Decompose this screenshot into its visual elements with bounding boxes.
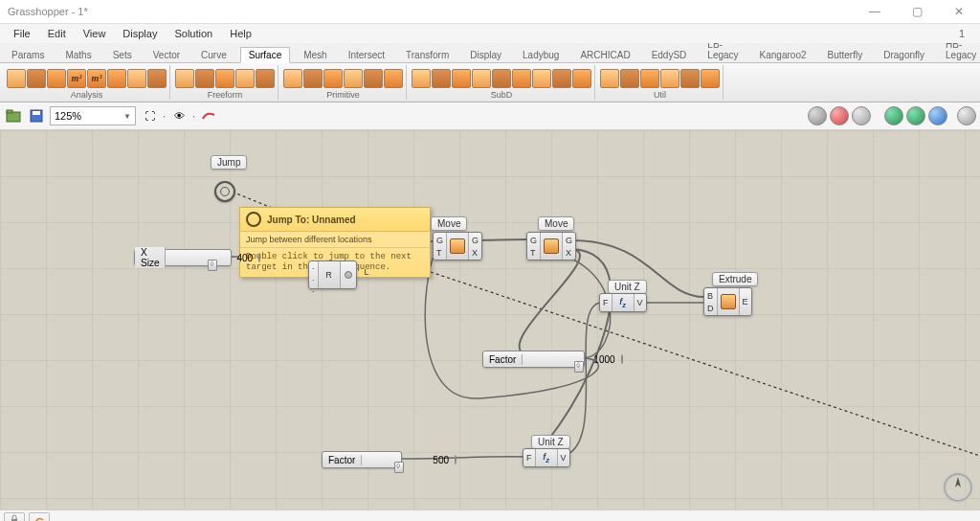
tab-params[interactable]: Params [4, 48, 52, 62]
tab-curve[interactable]: Curve [193, 48, 234, 62]
ribbon-icon[interactable] [640, 69, 659, 88]
tab-dragonfly[interactable]: Dragonfly [876, 48, 932, 62]
extrude-component[interactable]: BD E [703, 287, 752, 316]
ribbon-icon[interactable] [384, 69, 403, 88]
svg-marker-6 [955, 477, 961, 487]
ribbon-icon[interactable] [412, 69, 431, 88]
tab-intersect[interactable]: Intersect [341, 48, 392, 62]
ribbon-icon[interactable]: m² [67, 69, 86, 88]
blue-orb-icon[interactable] [928, 106, 947, 125]
unitz2-tag: Unit Z [531, 435, 570, 449]
unitz2-component[interactable]: F fz V [523, 448, 570, 467]
rectangle-component[interactable]: ··· R L [308, 260, 357, 289]
shaded-preview-icon[interactable] [808, 106, 827, 125]
ribbon-icon[interactable] [344, 69, 363, 88]
grey-orb-icon[interactable] [957, 106, 976, 125]
compass-icon[interactable] [942, 471, 974, 504]
ribbon-icon[interactable] [283, 69, 302, 88]
ribbon-icon[interactable] [600, 69, 619, 88]
ribbon-icon[interactable] [27, 69, 46, 88]
menubar: FileEditViewDisplaySolutionHelp1 [0, 24, 980, 43]
green-orb2-icon[interactable] [906, 106, 925, 125]
ribbon-icon[interactable]: m³ [87, 69, 106, 88]
save-icon[interactable] [27, 106, 46, 125]
ribbon-icon[interactable] [175, 69, 194, 88]
ribbon-icon[interactable] [701, 69, 720, 88]
ribbon-icon[interactable] [323, 69, 343, 88]
close-button[interactable]: ✕ [938, 0, 980, 23]
wireframe-preview-icon[interactable] [830, 106, 849, 125]
ribbon-icon[interactable] [215, 69, 234, 88]
ribbon-icon[interactable] [572, 69, 591, 88]
ribbon-icon[interactable] [680, 69, 700, 88]
unitz1-component[interactable]: F fz V [599, 293, 647, 312]
tab-eddysd[interactable]: EddySD [644, 48, 695, 62]
ribbon-icon[interactable] [660, 69, 679, 88]
tab-sets[interactable]: Sets [105, 48, 140, 62]
menu-solution[interactable]: Solution [167, 26, 220, 41]
ribbon-icon[interactable] [452, 69, 471, 88]
ribbon-group-label: Analysis [71, 91, 103, 100]
move2-tag: Move [538, 216, 574, 231]
factor1-slider[interactable]: Factor1000 [482, 351, 585, 368]
ribbon-icon[interactable] [552, 69, 571, 88]
tab-kangaroo2[interactable]: Kangaroo2 [752, 48, 814, 62]
ribbon-group-label: SubD [491, 91, 513, 100]
menu-file[interactable]: File [6, 26, 38, 41]
ribbon-group-label: Freeform [208, 91, 243, 100]
tab-ladybug[interactable]: Ladybug [515, 48, 567, 62]
factor2-slider[interactable]: Factor500 [322, 451, 402, 468]
tab-surface[interactable]: Surface [240, 47, 290, 63]
ribbon-icon[interactable] [512, 69, 531, 88]
move1-component[interactable]: GT GX [433, 232, 482, 260]
menu-display[interactable]: Display [115, 26, 165, 41]
tab-butterfly[interactable]: Butterfly [820, 48, 871, 62]
ribbon-icon[interactable] [303, 69, 323, 88]
maximize-button[interactable]: ▢ [896, 0, 938, 23]
ribbon-group-label: Util [654, 91, 666, 100]
ribbon-icon[interactable] [107, 69, 126, 88]
tab-transform[interactable]: Transform [398, 48, 457, 62]
jump-node[interactable] [214, 181, 235, 202]
extrude-icon [721, 294, 736, 309]
ribbon-icon[interactable] [47, 69, 66, 88]
ribbon-icon[interactable] [432, 69, 451, 88]
tooltip-circle-icon [246, 212, 261, 227]
tab-maths[interactable]: Maths [57, 48, 99, 62]
ribbon-icon[interactable] [7, 69, 26, 88]
move2-component[interactable]: GT GX [526, 232, 576, 260]
move-icon [544, 238, 559, 254]
ribbon-icon[interactable] [127, 69, 146, 88]
tab-vector[interactable]: Vector [145, 48, 188, 62]
menu-help[interactable]: Help [222, 26, 259, 41]
menubar-right: 1 [951, 26, 972, 41]
ribbon-tabs: ParamsMathsSetsVectorCurveSurfaceMeshInt… [0, 43, 980, 63]
ribbon-icon[interactable] [147, 69, 167, 88]
minimize-button[interactable]: — [854, 0, 896, 23]
lock-button[interactable] [4, 512, 25, 521]
ribbon-icon[interactable] [235, 69, 255, 88]
green-orb-icon[interactable] [884, 106, 903, 125]
tab-display[interactable]: Display [462, 48, 509, 62]
ribbon-icon[interactable] [256, 69, 275, 88]
ribbon-icon[interactable] [472, 69, 491, 88]
canvas[interactable]: Jump Jump To: Unnamed Jump between diffe… [0, 130, 980, 510]
sketch-button[interactable] [29, 512, 50, 521]
tab-mesh[interactable]: Mesh [296, 48, 334, 62]
zoom-extents-icon[interactable]: ⛶ [140, 106, 159, 125]
preview-icon[interactable]: 👁 [169, 106, 189, 125]
ribbon-icon[interactable] [364, 69, 383, 88]
sketch-icon[interactable] [199, 106, 218, 125]
no-preview-icon[interactable] [852, 106, 871, 125]
ribbon-icon[interactable] [620, 69, 639, 88]
ribbon-icon[interactable] [195, 69, 214, 88]
ribbon-icon[interactable] [532, 69, 551, 88]
xsize-slider[interactable]: X Size400 [134, 249, 232, 266]
zoom-combo[interactable]: 125%▼ [50, 106, 136, 125]
menu-edit[interactable]: Edit [40, 26, 74, 41]
open-icon[interactable] [4, 106, 23, 125]
toolbar: 125%▼ ⛶ · 👁 · [0, 102, 980, 130]
menu-view[interactable]: View [76, 26, 114, 41]
ribbon-icon[interactable] [492, 69, 511, 88]
tab-archicad[interactable]: ARCHICAD [572, 48, 637, 62]
